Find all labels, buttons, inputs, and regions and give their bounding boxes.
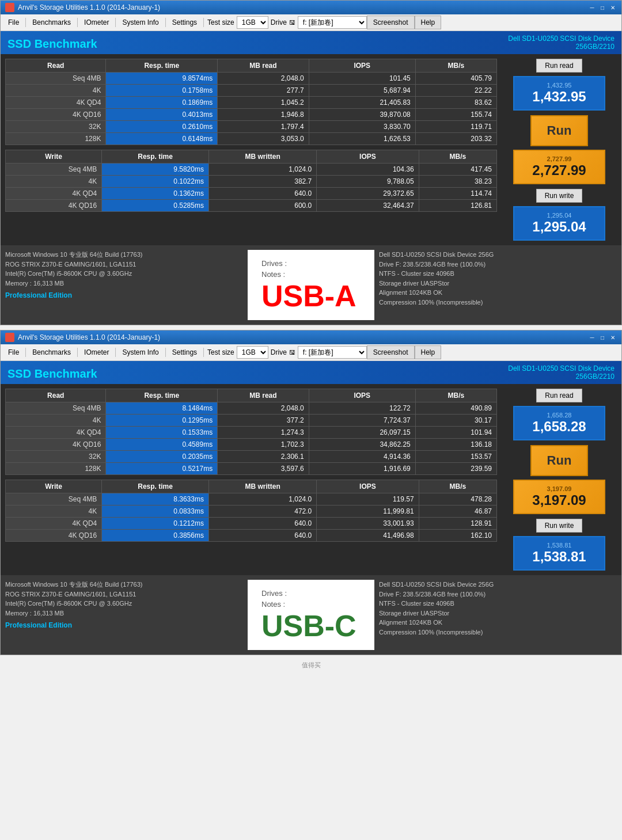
minimize-button[interactable]: ─ xyxy=(588,333,596,341)
title-bar: Anvil's Storage Utilities 1.1.0 (2014-Ja… xyxy=(1,1,621,14)
info-left: Microsoft Windows 10 专业版 64位 Build (1776… xyxy=(5,250,243,320)
drive-select[interactable]: f: [新加卷] xyxy=(298,346,367,359)
read-data-row: 4K0.1758ms277.75,687.9422.22 xyxy=(6,85,497,97)
write-header-cell: MB/s xyxy=(419,150,496,164)
drive-select[interactable]: f: [新加卷] xyxy=(298,16,367,29)
read-data-cell: 1,626.53 xyxy=(309,133,415,145)
read-data-row: 4K QD160.4013ms1,946.839,870.08155.74 xyxy=(6,109,497,121)
info-right-line: Dell SD1-U0250 SCSI Disk Device 256G xyxy=(379,250,617,260)
close-button[interactable]: ✕ xyxy=(609,3,617,12)
read-data-cell: 1,274.3 xyxy=(218,427,309,439)
write-data-cell: 0.3856ms xyxy=(102,530,209,542)
write-header-cell: MB/s xyxy=(419,480,496,493)
run-read-button[interactable]: Run read xyxy=(536,389,582,402)
info-right-line: NTFS - Cluster size 4096B xyxy=(379,599,617,609)
write-data-row: 4K QD40.1362ms640.029,372.65114.74 xyxy=(6,188,497,200)
write-data-cell: 4K QD4 xyxy=(6,518,102,530)
read-data-cell: 0.5217ms xyxy=(106,463,218,475)
read-data-row: 128K0.6148ms3,053.01,626.53203.32 xyxy=(6,133,497,145)
read-data-cell: 21,405.83 xyxy=(309,97,415,109)
menu-item-benchmarks[interactable]: Benchmarks xyxy=(27,16,76,29)
write-data-cell: Seq 4MB xyxy=(6,493,102,505)
maximize-button[interactable]: □ xyxy=(598,333,606,341)
menu-item-file[interactable]: File xyxy=(3,346,24,359)
menu-item-iometer[interactable]: IOmeter xyxy=(79,16,114,29)
write-data-cell: 9.5820ms xyxy=(102,164,209,176)
info-left-line: Memory : 16,313 MB xyxy=(5,279,243,288)
run-button[interactable]: Run xyxy=(530,445,588,476)
info-bar: Microsoft Windows 10 专业版 64位 Build (1776… xyxy=(1,245,621,325)
read-score-sub: 1,432.95 xyxy=(524,82,595,89)
write-score-main: 1,295.04 xyxy=(524,219,595,235)
menu-item-settings[interactable]: Settings xyxy=(167,16,202,29)
write-data-cell: 11,999.81 xyxy=(317,505,419,518)
menu-item-benchmarks[interactable]: Benchmarks xyxy=(27,346,76,359)
write-data-cell: 4K QD4 xyxy=(6,188,102,200)
read-data-cell: 8.1484ms xyxy=(106,402,218,415)
write-controls: Run write 1,538.81 1,538.81 xyxy=(513,519,605,571)
drive-label: Drive xyxy=(271,348,287,356)
maximize-button[interactable]: □ xyxy=(598,3,606,12)
read-data-cell: 0.6148ms xyxy=(106,133,218,145)
info-right-line: Compression 100% (Incompressible) xyxy=(379,628,617,637)
write-data-cell: 46.87 xyxy=(419,505,496,518)
write-header-cell: MB written xyxy=(208,480,316,493)
screenshot-button[interactable]: Screenshot xyxy=(367,345,415,359)
drives-label: Drives : xyxy=(261,589,287,598)
menu-item-system info[interactable]: System Info xyxy=(117,346,164,359)
write-data-cell: 640.0 xyxy=(208,188,316,200)
ssd-header: SSD Benchmark Dell SD1-U0250 SCSI Disk D… xyxy=(1,361,621,384)
write-data-cell: 38.23 xyxy=(419,176,496,188)
menu-separator xyxy=(165,348,166,357)
write-data-cell: 41,496.98 xyxy=(317,530,419,542)
read-data-cell: 0.4589ms xyxy=(106,439,218,451)
read-data-cell: 0.2035ms xyxy=(106,451,218,463)
test-size-select[interactable]: 1GB xyxy=(237,16,268,29)
controls-panel: Run read 1,658.28 1,658.28 Run 3,197.09 … xyxy=(502,389,617,571)
read-data-cell: 0.1758ms xyxy=(106,85,218,97)
title-bar: Anvil's Storage Utilities 1.1.0 (2014-Ja… xyxy=(1,330,621,344)
write-data-cell: Seq 4MB xyxy=(6,164,102,176)
read-data-cell: 1,946.8 xyxy=(218,109,309,121)
total-score-main: 3,197.09 xyxy=(524,492,595,508)
write-data-cell: 0.1212ms xyxy=(102,518,209,530)
read-data-cell: 490.89 xyxy=(415,402,496,415)
write-data-cell: 8.3633ms xyxy=(102,493,209,505)
read-header-cell: MB read xyxy=(218,59,309,73)
read-data-row: Seq 4MB8.1484ms2,048.0122.72490.89 xyxy=(6,402,497,415)
window-title: Anvil's Storage Utilities 1.1.0 (2014-Ja… xyxy=(18,333,160,341)
read-data-row: 128K0.5217ms3,597.61,916.69239.59 xyxy=(6,463,497,475)
run-write-button[interactable]: Run write xyxy=(536,189,582,203)
write-data-cell: 119.57 xyxy=(317,493,419,505)
window-title: Anvil's Storage Utilities 1.1.0 (2014-Ja… xyxy=(18,3,160,12)
read-data-cell: 4K xyxy=(6,85,106,97)
read-data-cell: 4,914.36 xyxy=(309,451,415,463)
menu-item-system info[interactable]: System Info xyxy=(117,16,164,29)
write-data-cell: 1,024.0 xyxy=(208,493,316,505)
total-score-box: 2,727.99 2,727.99 xyxy=(513,150,605,184)
run-write-button[interactable]: Run write xyxy=(536,519,582,533)
read-header-cell: IOPS xyxy=(309,389,415,402)
menu-separator xyxy=(203,18,204,27)
read-data-cell: 0.1869ms xyxy=(106,97,218,109)
minimize-button[interactable]: ─ xyxy=(588,3,596,12)
menu-item-settings[interactable]: Settings xyxy=(167,346,202,359)
usb-label: USB-C xyxy=(261,611,356,641)
test-size-select[interactable]: 1GB xyxy=(237,346,268,359)
read-data-cell: 83.62 xyxy=(415,97,496,109)
screenshot-button[interactable]: Screenshot xyxy=(367,16,415,29)
info-left-line: Intel(R) Core(TM) i5-8600K CPU @ 3.60GHz xyxy=(5,269,243,279)
help-button[interactable]: Help xyxy=(415,16,442,29)
read-data-cell: 119.71 xyxy=(415,121,496,133)
total-controls: Run 3,197.09 3,197.09 xyxy=(513,445,605,514)
test-size-label: Test size xyxy=(207,348,234,356)
run-button[interactable]: Run xyxy=(530,115,588,146)
read-header-cell: IOPS xyxy=(309,59,415,73)
menu-item-iometer[interactable]: IOmeter xyxy=(79,346,114,359)
menu-separator xyxy=(165,18,166,27)
help-button[interactable]: Help xyxy=(415,345,442,359)
controls-panel: Run read 1,432.95 1,432.95 Run 2,727.99 … xyxy=(502,59,617,241)
run-read-button[interactable]: Run read xyxy=(536,59,582,73)
close-button[interactable]: ✕ xyxy=(609,333,617,341)
menu-item-file[interactable]: File xyxy=(3,16,24,29)
